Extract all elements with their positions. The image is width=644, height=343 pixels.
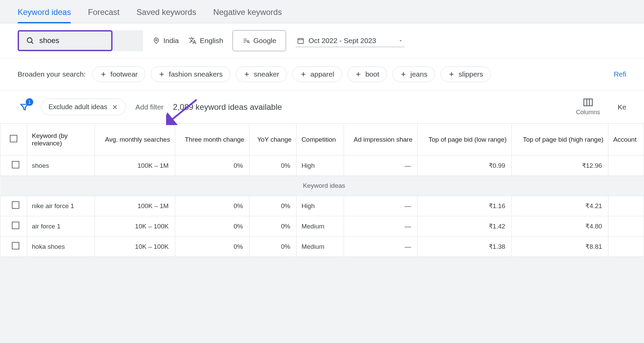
broaden-chip-sneaker[interactable]: sneaker [236,66,287,82]
language-selector[interactable]: English [188,37,223,45]
chip-label: apparel [310,70,334,78]
cell-bid-low: ₹0.99 [417,156,511,176]
ideas-available-count: 2,089 keyword ideas available [173,102,282,112]
cell-keyword: shoes [27,156,95,176]
broaden-row: Broaden your search: footwear fashion sn… [0,58,644,90]
header-competition[interactable]: Competition [297,124,344,156]
cell-avg: 100K – 1M [95,156,175,176]
svg-point-0 [27,38,32,42]
network-selector[interactable]: Google [233,30,286,51]
cell-ad-share: — [344,196,418,216]
tab-keyword-ideas[interactable]: Keyword ideas [18,5,71,23]
toolbar: India English Google Oct 2022 - Sept 202… [0,23,644,58]
network-label: Google [253,37,276,45]
location-icon [153,37,160,44]
calendar-icon [297,37,304,44]
filters-row: 1 Exclude adult ideas Add filter 2,089 k… [0,90,644,123]
cell-bid-low: ₹1.42 [417,216,511,237]
checkbox[interactable] [10,135,17,142]
cell-bid-high: ₹8.81 [511,237,608,257]
header-select-all[interactable] [0,124,27,156]
row-checkbox[interactable] [12,242,19,249]
chip-label: boot [365,70,379,78]
tabs-bar: Keyword ideas Forecast Saved keywords Ne… [0,0,644,23]
broaden-chip-jeans[interactable]: jeans [393,66,435,82]
cell-ad-share: — [344,237,418,257]
cell-keyword: hoka shoes [27,237,95,257]
cell-bid-low: ₹1.16 [417,196,511,216]
cell-yoy: 0% [249,196,297,216]
search-input[interactable] [39,36,87,45]
cell-bid-high: ₹12.96 [511,156,608,176]
cell-account [608,216,644,237]
cell-yoy: 0% [249,156,297,176]
filter-chip-exclude-adult[interactable]: Exclude adult ideas [41,99,126,115]
section-keyword-ideas: Keyword ideas [0,176,644,196]
svg-rect-29 [584,99,592,106]
table-row[interactable]: hoka shoes10K – 100K0%0%Medium—₹1.38₹8.8… [0,237,644,257]
chevron-down-icon [398,38,403,43]
tab-saved-keywords[interactable]: Saved keywords [137,5,196,23]
plus-icon [159,71,165,77]
add-filter-button[interactable]: Add filter [135,103,163,111]
network-icon [242,37,250,44]
keyword-view-cut: Ke [618,103,626,111]
header-yoy-change[interactable]: YoY change [249,124,297,156]
plus-icon [300,71,306,77]
header-three-month-change[interactable]: Three month change [175,124,249,156]
broaden-chip-boot[interactable]: boot [347,66,387,82]
row-checkbox[interactable] [12,222,19,229]
chip-label: fashion sneakers [169,70,223,78]
svg-point-2 [156,39,157,41]
header-keyword[interactable]: Keyword (by relevance) [27,124,95,156]
svg-rect-8 [298,38,304,43]
cell-keyword: nike air force 1 [27,196,95,216]
broaden-chip-fashion-sneakers[interactable]: fashion sneakers [151,66,230,82]
chip-label: slippers [459,70,483,78]
filter-count-badge: 1 [26,98,33,106]
table-row[interactable]: air force 110K – 100K0%0%Medium—₹1.42₹4.… [0,216,644,237]
filter-funnel-button[interactable]: 1 [18,100,31,114]
cell-keyword: air force 1 [27,216,95,237]
chip-label: footwear [110,70,138,78]
cell-bid-high: ₹4.21 [511,196,608,216]
close-icon[interactable] [112,104,118,110]
chip-label: jeans [410,70,427,78]
cell-bid-high: ₹4.80 [511,216,608,237]
translate-icon [188,37,197,45]
columns-label: Columns [576,109,600,116]
keyword-table: Keyword (by relevance) Avg. monthly sear… [0,123,644,257]
tab-forecast[interactable]: Forecast [88,5,119,23]
date-range-label: Oct 2022 - Sept 2023 [308,37,376,45]
broaden-chip-footwear[interactable]: footwear [93,66,146,82]
row-checkbox[interactable] [12,201,19,209]
header-bid-low[interactable]: Top of page bid (low range) [417,124,511,156]
search-box[interactable] [18,30,113,51]
cell-avg: 10K – 100K [95,237,175,257]
date-range-selector[interactable]: Oct 2022 - Sept 2023 [296,35,405,47]
table-row[interactable]: shoes100K – 1M0%0%High—₹0.99₹12.96 [0,156,644,176]
broaden-label: Broaden your search: [18,70,86,78]
header-ad-impression-share[interactable]: Ad impression share [344,124,418,156]
plus-icon [244,71,250,77]
location-selector[interactable]: India [153,37,179,45]
filter-chip-label: Exclude adult ideas [48,103,107,111]
cell-competition: Medium [297,216,344,237]
search-wrap [18,30,143,51]
broaden-chip-slippers[interactable]: slippers [441,66,491,82]
chip-label: sneaker [254,70,279,78]
table-row[interactable]: nike air force 1100K – 1M0%0%High—₹1.16₹… [0,196,644,216]
refine-keywords-link[interactable]: Refi [614,70,626,78]
plus-icon [100,71,106,77]
cell-yoy: 0% [249,237,297,257]
broaden-chip-apparel[interactable]: apparel [293,66,342,82]
tab-negative-keywords[interactable]: Negative keywords [213,5,282,23]
svg-line-1 [31,42,33,43]
columns-button[interactable]: Columns [576,98,600,116]
row-checkbox[interactable] [12,161,19,168]
cell-avg: 10K – 100K [95,216,175,237]
header-bid-high[interactable]: Top of page bid (high range) [511,124,608,156]
svg-point-6 [247,41,249,43]
header-account[interactable]: Account [608,124,644,156]
header-avg-searches[interactable]: Avg. monthly searches [95,124,175,156]
